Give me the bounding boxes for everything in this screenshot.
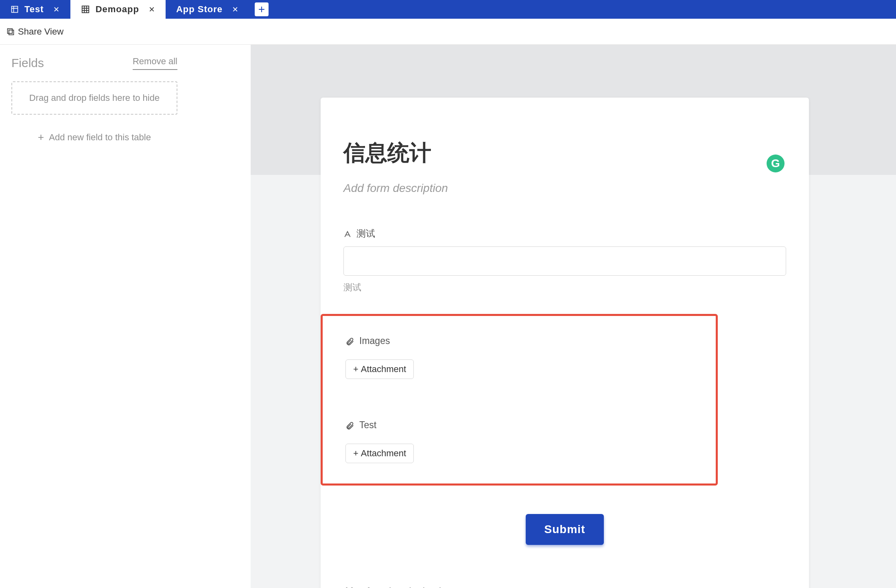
field-label-text: 测试 <box>356 227 375 240</box>
form-canvas: G 信息统计 Add form description 测试 测试 <box>251 45 896 588</box>
main: Fields Remove all Drag and drop fields h… <box>0 45 896 588</box>
field-help-text: 测试 <box>343 281 786 294</box>
text-type-icon <box>343 230 352 238</box>
tab-label: Test <box>24 4 44 15</box>
add-attachment-button[interactable]: + Attachment <box>345 444 414 463</box>
field-label-text: Images <box>359 335 390 346</box>
sidebar: Fields Remove all Drag and drop fields h… <box>0 45 251 588</box>
plus-icon: + <box>38 131 44 144</box>
attachment-icon <box>345 337 354 346</box>
sidebar-title: Fields <box>11 56 44 70</box>
add-field-button[interactable]: + Add new field to this table <box>11 131 177 144</box>
share-view-button[interactable]: Share View <box>2 24 68 39</box>
svg-rect-3 <box>82 6 89 13</box>
plus-icon: + <box>353 364 358 375</box>
sidebar-header: Fields Remove all <box>11 56 177 70</box>
field-test-attachment: Test + Attachment <box>345 420 693 463</box>
share-view-label: Share View <box>18 26 63 37</box>
tab-app-store[interactable]: App Store × <box>166 0 249 19</box>
after-submit-label: After form is submitted <box>343 586 786 588</box>
toolbar: Share View <box>0 19 896 45</box>
share-icon <box>7 28 15 36</box>
field-label: Images <box>345 335 693 346</box>
tab-label: App Store <box>176 4 223 15</box>
grammarly-icon[interactable]: G <box>767 155 785 172</box>
close-icon[interactable]: × <box>232 4 238 15</box>
svg-rect-0 <box>12 7 18 13</box>
close-icon[interactable]: × <box>54 4 60 15</box>
plus-icon: + <box>258 3 265 16</box>
tab-bar: Test × Demoapp × App Store × + <box>0 0 896 19</box>
text-input[interactable] <box>343 246 786 276</box>
attachment-button-label: Attachment <box>361 364 406 375</box>
submit-button[interactable]: Submit <box>526 514 604 545</box>
add-attachment-button[interactable]: + Attachment <box>345 359 414 379</box>
form-description-placeholder[interactable]: Add form description <box>343 182 786 195</box>
tab-label: Demoapp <box>96 4 139 15</box>
field-text: 测试 测试 <box>343 227 786 294</box>
add-field-label: Add new field to this table <box>49 132 151 143</box>
close-icon[interactable]: × <box>149 4 155 15</box>
attachment-icon <box>345 421 354 430</box>
svg-rect-8 <box>8 28 13 33</box>
add-tab-button[interactable]: + <box>255 2 269 16</box>
table-icon <box>81 5 90 14</box>
field-label-text: Test <box>359 420 376 431</box>
field-label: Test <box>345 420 693 431</box>
annotation-highlight: Images + Attachment Test + <box>321 314 718 486</box>
field-images: Images + Attachment <box>345 335 693 379</box>
submit-wrap: Submit <box>343 514 786 545</box>
tab-test[interactable]: Test × <box>0 0 70 19</box>
attachment-button-label: Attachment <box>361 448 406 459</box>
remove-all-button[interactable]: Remove all <box>133 56 177 70</box>
svg-rect-9 <box>9 30 14 35</box>
field-label: 测试 <box>343 227 786 240</box>
plus-icon: + <box>353 448 358 459</box>
form-title[interactable]: 信息统计 <box>343 138 786 168</box>
hidden-fields-dropzone[interactable]: Drag and drop fields here to hide <box>11 81 177 115</box>
tab-demoapp[interactable]: Demoapp × <box>70 0 166 19</box>
table-icon <box>11 5 19 13</box>
form-card: G 信息统计 Add form description 测试 测试 <box>321 98 809 588</box>
